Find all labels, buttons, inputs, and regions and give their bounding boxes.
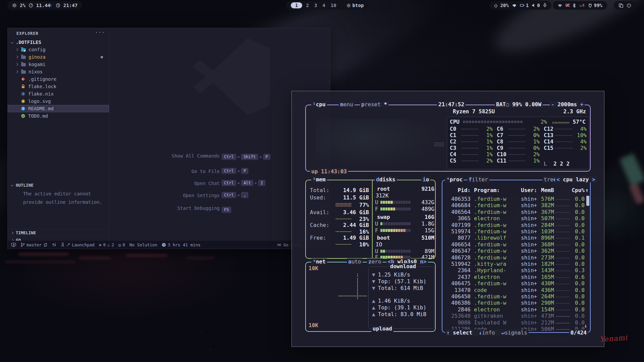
process-row[interactable]: 406347.ferdium-wshin+362M0.0 [442, 248, 590, 254]
git-compare-indicator[interactable] [52, 242, 56, 247]
folder-icon [21, 48, 26, 52]
cpu-temp: 57°C [573, 119, 586, 125]
workspace-4[interactable]: 4 [321, 3, 327, 8]
session-pill[interactable] [614, 1, 636, 10]
ports-indicator[interactable]: ◎ 0 [118, 242, 125, 247]
wifi-icon [512, 3, 517, 8]
volume-value: 0 [537, 3, 540, 8]
col-pid: Pid: [442, 187, 471, 193]
up-arrow-icon: ▲ [372, 298, 375, 304]
proc-sort-control[interactable]: < cpu lazy > [555, 176, 597, 183]
tree-item-nixos[interactable]: nixos [8, 68, 109, 75]
disks-title[interactable]: ddisks [375, 176, 397, 183]
memory-box: ²mem ddisks io Total:14.9 GiBUsed:11.5 G… [305, 180, 436, 259]
shortcut-label: Start Debugging [143, 205, 220, 212]
cpu-total-meter [463, 121, 523, 123]
key-,: , [241, 192, 248, 198]
active-app[interactable]: btop [346, 3, 364, 8]
time-tracker[interactable]: 3 hrs 41 mins [162, 242, 201, 247]
tree-item-logo.svg[interactable]: logo.svg [8, 98, 109, 105]
download-label: download [389, 263, 417, 269]
star [451, 18, 452, 18]
tree-item-kogami[interactable]: kogami [8, 61, 109, 68]
scroll-down-icon[interactable]: ↓ [584, 322, 587, 329]
menu-button[interactable]: menu [339, 101, 355, 108]
proc-filter-button[interactable]: filter [467, 176, 489, 183]
workspace-2[interactable]: 2 [304, 3, 310, 8]
folder-icon [21, 63, 26, 66]
proc-box-title[interactable]: ⁴proc [445, 176, 464, 183]
process-row[interactable]: 406684.ferdium-wshin+382M0.0 [442, 202, 590, 208]
cpu-total-row: CPU 2% 57°C [450, 119, 592, 125]
desktop: 2% 11.44GB 21:47 123410 btop ○ 20% 1 [0, 0, 644, 362]
update-interval-control[interactable]: - 2000ms + [550, 101, 585, 108]
up-arrow-icon: ▲ [372, 304, 375, 311]
workspace-1[interactable]: 1 [291, 2, 302, 8]
io-mode-button[interactable]: io [421, 176, 430, 183]
explorer-more-button[interactable]: ··· [95, 29, 105, 36]
battery-icon [520, 3, 525, 7]
core-row-C14: C144% [544, 138, 588, 145]
star [436, 73, 436, 74]
tree-item-README.md[interactable]: README.md [8, 105, 109, 112]
rocket-icon [61, 242, 65, 247]
star [426, 55, 427, 56]
process-row[interactable]: 519942.kitty-wrashin+182M0.0 [442, 261, 590, 267]
git-branch-indicator[interactable]: master [20, 242, 48, 247]
clock-pill[interactable]: 21:47 [51, 1, 82, 10]
tree-item-.gitignore[interactable]: .gitignore [8, 75, 109, 83]
tree-root-dotfiles[interactable]: .DOTFILES [8, 39, 109, 46]
tree-item-TODO.md[interactable]: TODO.md [8, 112, 109, 120]
remote-indicator[interactable] [11, 243, 16, 247]
process-row[interactable]: 253640gitkrakenshin+473M0.0 [442, 313, 590, 319]
net-box-title[interactable]: ³net [311, 258, 327, 265]
workspace-3[interactable]: 3 [313, 3, 319, 8]
launchpad-item[interactable]: Launchpad [61, 242, 95, 247]
process-row[interactable]: 406728.ferdium-wshin+273M0.0 [442, 254, 590, 261]
file-name: kogami [29, 62, 46, 67]
process-row[interactable]: 406654.ferdium-wshin+368M0.0 [442, 241, 590, 248]
process-row[interactable]: 2437electronshin+165M0.6 [442, 274, 590, 280]
process-row[interactable]: 406564.ferdium-wshin+367M0.0 [442, 209, 590, 215]
proc-scrollbar[interactable] [586, 196, 589, 206]
preset-button[interactable]: preset * [360, 101, 388, 108]
outline-section-header[interactable]: OUTLINE [8, 181, 109, 189]
tree-item-config[interactable]: config [8, 46, 109, 53]
process-row[interactable]: 8077.librewolfshin+896M0.1 [442, 235, 590, 241]
process-row[interactable]: 2846electronshin+154M0.0 [442, 306, 590, 313]
process-row[interactable]: 2364.Hyprland-shin+143M0.3 [442, 267, 590, 274]
process-row[interactable]: 3065electronshin+507M0.0 [442, 215, 590, 222]
solution-indicator[interactable]: No Solution [129, 242, 157, 247]
net-stat-row: ▼1.25 KiB/s [372, 272, 410, 278]
net-zero-button[interactable]: zero [367, 258, 383, 265]
system-tray-pill[interactable]: UC 99% [553, 1, 607, 10]
mem-row: Used:11.5 GiB [310, 194, 369, 201]
process-row[interactable]: 406475.ferdium-wshin+430M0.0 [442, 280, 590, 287]
proc-header-row[interactable]: Pid: Program: User: MemB Cpu% ↑ [442, 187, 590, 194]
process-row[interactable]: 406353.ferdium-wshin+576M0.0 [442, 196, 590, 202]
net-stat-row: ▲1.46 KiB/s [372, 298, 410, 304]
meter-cell [490, 121, 492, 123]
mem-box-title[interactable]: ²mem [311, 176, 327, 183]
net-stat-row: ▲Top: (39.1 Kib) [372, 304, 426, 311]
process-row[interactable]: 519974.ferdium-wshin+103M0.0 [442, 228, 590, 235]
gear-icon [346, 3, 351, 8]
hardware-status-pill[interactable]: ○ 20% 1 0 [490, 1, 551, 10]
tree-item-flake.lock[interactable]: flake.lock [8, 83, 109, 90]
problems-indicator[interactable]: ⊗ 0 ⚠ 2 [99, 242, 114, 247]
process-row[interactable]: 406386.ferdium-wshin+290M0.0 [442, 300, 590, 306]
process-row[interactable]: 407199.ferdium-wshin+284M0.0 [442, 222, 590, 228]
cpu-box-title[interactable]: ¹cpu [311, 101, 327, 108]
timeline-section-header[interactable]: TIMELINE [8, 229, 109, 236]
star [480, 72, 480, 73]
mem-row: Cache:2.44 GiB [310, 222, 369, 228]
proc-footer-keys[interactable]: ↑ select ↓info ↵signals [445, 329, 529, 336]
process-row[interactable]: 9080Isolated Wshin+212M0.0 [442, 319, 590, 326]
net-auto-button[interactable]: auto [347, 258, 363, 265]
process-row[interactable]: 13470codeshin+436M0.0 [442, 287, 590, 293]
core-row-C2: C21% [450, 138, 494, 145]
tree-item-ginoza[interactable]: ginoza [8, 53, 109, 61]
workspace-10[interactable]: 10 [329, 3, 338, 8]
tree-item-flake.nix[interactable]: flake.nix [8, 90, 109, 98]
process-row[interactable]: 406450.ferdium-wshin+264M0.0 [442, 293, 590, 300]
